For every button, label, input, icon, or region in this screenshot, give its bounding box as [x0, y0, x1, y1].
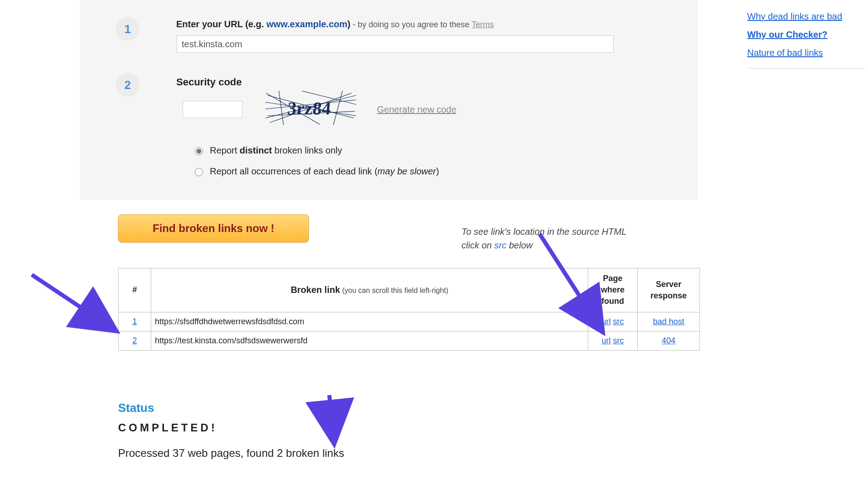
annotation-arrow-3	[318, 391, 345, 451]
svg-line-5	[333, 91, 342, 125]
col-page-where-found: Page where found	[588, 268, 638, 312]
step-badge-2: 2	[116, 73, 139, 97]
url-label-main: Enter your URL	[176, 19, 243, 29]
row-broken-link: https://test.kinsta.com/sdfsdswewerwersf…	[151, 331, 588, 350]
url-label-example: www.example.com	[267, 19, 347, 29]
generate-new-code-link[interactable]: Generate new code	[377, 104, 456, 115]
table-row: 2 https://test.kinsta.com/sdfsdswewerwer…	[119, 331, 700, 350]
status-message: Processed 37 web pages, found 2 broken l…	[118, 447, 344, 460]
table-row: 1 https://sfsdffdhdwetwerrewsfdsdfdsd.co…	[119, 312, 700, 331]
captcha-text: 3rz84	[287, 98, 332, 119]
row-broken-link: https://sfsdffdhdwetwerrewsfdsdfdsd.com	[151, 312, 588, 331]
stage: 1 2 Enter your URL (e.g. www.example.com…	[0, 0, 868, 490]
svg-line-12	[329, 395, 334, 441]
svg-line-10	[32, 275, 114, 329]
status-header: Status	[118, 401, 154, 415]
terms-link[interactable]: Terms	[471, 20, 494, 29]
url-label-hint: - by doing so you agree to these	[350, 20, 471, 29]
col-num: #	[119, 268, 151, 312]
annotation-arrow-1	[27, 270, 127, 353]
svg-line-4	[279, 91, 283, 125]
sidebar-link-dead-links[interactable]: Why dead links are bad	[747, 7, 865, 25]
sidebar-links: Why dead links are bad Why our Checker? …	[747, 7, 865, 73]
sidebar-link-our-checker[interactable]: Why our Checker?	[747, 25, 865, 44]
radio-distinct-label: Report distinct broken links only	[210, 145, 342, 156]
row-num-link[interactable]: 2	[132, 336, 137, 345]
row-src-link[interactable]: src	[613, 336, 624, 345]
security-code-input[interactable]	[183, 101, 243, 118]
captcha-image: 3rz84	[265, 91, 356, 125]
src-hint-line1: To see link's location in the source HTM…	[461, 225, 626, 238]
url-label: Enter your URL (e.g. www.example.com) - …	[176, 19, 494, 30]
src-hint-src: src	[494, 240, 506, 250]
row-url-link[interactable]: url	[601, 336, 610, 345]
radio-distinct-input[interactable]	[195, 147, 203, 155]
radio-all-label: Report all occurrences of each dead link…	[210, 166, 439, 177]
find-broken-links-button[interactable]: Find broken links now !	[118, 214, 309, 243]
col-server-response: Server response	[638, 268, 700, 312]
status-completed: COMPLETED!	[118, 421, 218, 434]
src-hint: To see link's location in the source HTM…	[461, 225, 626, 252]
results-table: # Broken link (you can scroll this field…	[118, 268, 700, 351]
url-label-paren-open: (e.g.	[243, 19, 266, 29]
row-response-link[interactable]: 404	[662, 336, 675, 345]
row-num-link[interactable]: 1	[132, 317, 137, 326]
url-input[interactable]	[177, 35, 614, 53]
radio-all-input[interactable]	[195, 168, 203, 176]
col-broken-link: Broken link (you can scroll this field l…	[151, 268, 588, 312]
radio-all[interactable]: Report all occurrences of each dead link…	[193, 166, 439, 177]
row-src-link[interactable]: src	[613, 317, 624, 326]
sidebar-divider	[747, 68, 865, 69]
row-url-link[interactable]: url	[601, 317, 610, 326]
security-code-label: Security code	[176, 76, 242, 88]
row-response-link[interactable]: bad host	[653, 317, 684, 326]
sidebar-link-nature[interactable]: Nature of bad links	[747, 44, 865, 62]
radio-distinct[interactable]: Report distinct broken links only	[193, 145, 342, 156]
step-badge-1: 1	[116, 17, 139, 41]
